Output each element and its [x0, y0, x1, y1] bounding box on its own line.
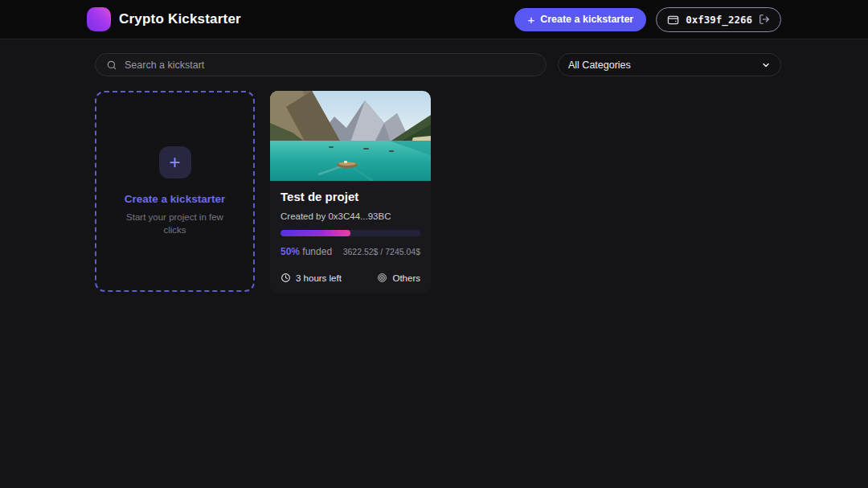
funded-percent: 50% [280, 246, 300, 257]
funded-row: 50% funded 3622.52$ / 7245.04$ [280, 246, 420, 257]
header-actions: + Create a kickstarter 0xf39f_2266 [514, 7, 781, 32]
progress-bar-fill [280, 230, 350, 236]
project-title: Test de projet [280, 190, 420, 203]
filter-bar: All Categories [95, 53, 781, 76]
plus-glyph: + [169, 151, 180, 174]
funded-amounts: 3622.52$ / 7245.04$ [343, 247, 420, 256]
search-input[interactable] [125, 59, 535, 71]
project-card[interactable]: Test de projet Created by 0x3C44...93BC … [270, 91, 431, 293]
project-body: Test de projet Created by 0x3C44...93BC … [270, 181, 431, 293]
clock-icon [280, 273, 291, 283]
category-select[interactable]: All Categories [558, 53, 781, 76]
search-icon [106, 59, 117, 71]
wallet-icon [667, 14, 679, 26]
category-select-value: All Categories [568, 59, 631, 71]
create-kickstarter-button-label: Create a kickstarter [540, 14, 633, 25]
chevron-down-icon [761, 60, 771, 70]
funded-label: 50% funded [280, 246, 332, 257]
plus-icon: + [159, 146, 191, 178]
search-box[interactable] [95, 53, 547, 76]
wallet-button[interactable]: 0xf39f_2266 [656, 7, 781, 32]
plus-icon: + [527, 14, 534, 26]
app-logo-icon [87, 7, 111, 31]
create-card-title[interactable]: Create a kickstarter [125, 193, 225, 205]
time-left: 3 hours left [280, 273, 342, 283]
project-creator: Created by 0x3C44...93BC [280, 211, 420, 221]
project-cover-image [270, 91, 431, 181]
funded-word: funded [300, 246, 332, 257]
progress-bar [280, 230, 420, 236]
create-kickstarter-button[interactable]: + Create a kickstarter [514, 8, 646, 31]
target-icon [377, 273, 387, 283]
create-card-subtitle: Start your project in few clicks [124, 211, 227, 236]
brand: Crypto Kickstarter [87, 7, 241, 31]
header: Crypto Kickstarter + Create a kickstarte… [0, 0, 868, 39]
app-title: Crypto Kickstarter [119, 11, 241, 27]
time-left-label: 3 hours left [296, 273, 342, 283]
project-meta-row: 3 hours left Others [280, 273, 420, 283]
project-category: Others [377, 273, 420, 283]
logout-icon[interactable] [759, 14, 770, 25]
wallet-address: 0xf39f_2266 [686, 14, 752, 26]
create-kickstarter-card[interactable]: + Create a kickstarter Start your projec… [95, 91, 255, 292]
project-category-label: Others [392, 273, 420, 283]
kickstarter-grid: + Create a kickstarter Start your projec… [95, 91, 781, 293]
